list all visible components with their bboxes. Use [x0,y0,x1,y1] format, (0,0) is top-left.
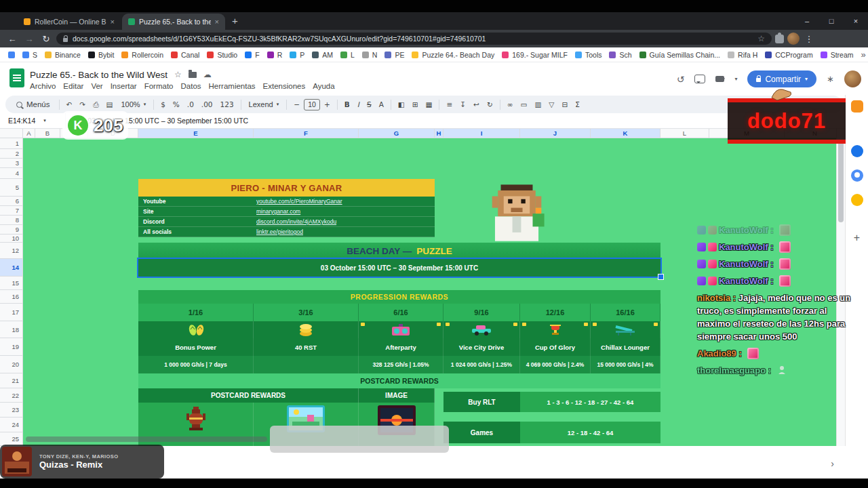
row-header-23[interactable]: 23 [0,403,23,418]
milestone-row[interactable]: Games 12 - 18 - 42 - 64 [443,422,660,443]
column-header-H[interactable]: H [435,129,443,138]
row-header-5[interactable]: 5 [0,179,23,197]
progression-value[interactable]: 328 125 Gh/s | 1.05% [359,356,443,373]
progression-names-row[interactable]: Bonus Power40 RSTAfterpartyVice City Dri… [138,338,660,356]
progression-rewards-title[interactable]: PROGRESSION REWARDS [138,290,660,304]
row-header-17[interactable]: 17 [0,304,23,321]
bookmark-item[interactable]: Tools [575,51,602,59]
piero-banner[interactable]: PIERO - MINAR Y GANAR [138,179,435,197]
bookmark-item[interactable]: PE [384,51,404,59]
vertical-scrollbar-thumb[interactable] [838,141,844,222]
bookmark-item[interactable]: S [22,51,37,59]
menu-datos[interactable]: Datos [181,82,201,90]
row-header-14[interactable]: 14 [0,259,23,277]
horizontal-scrollbar-thumb[interactable] [26,436,267,442]
progression-icons-row[interactable] [138,321,660,338]
vertical-align-icon[interactable]: ↧ [456,100,469,108]
menu-formato[interactable]: Formato [144,82,174,90]
tab-close-icon[interactable]: × [111,18,115,26]
minimize-button[interactable]: – [795,12,819,30]
progression-value[interactable]: 1 024 000 Gh/s | 1.25% [443,356,520,373]
progression-name[interactable]: 40 RST [254,338,359,356]
social-link[interactable]: discord.com/invite/4jAMXykodu [254,217,435,226]
bookmark-item[interactable]: Guía Semillas Chain... [639,51,720,59]
menu-ayuda[interactable]: Ayuda [313,82,334,90]
postcard-section-title[interactable]: POSTCARD REWARDS [138,373,660,388]
row-header-24[interactable]: 24 [0,418,23,432]
maximize-button[interactable]: □ [819,12,844,30]
social-link[interactable]: linktr.ee/pieritogod [254,227,435,237]
borders-icon[interactable]: ⊞ [409,100,422,108]
fill-color-icon[interactable]: ◧ [395,100,408,108]
milestone-row[interactable]: Buy RLT 1 - 3 - 6 - 12 - 18 - 27 - 42 - … [443,392,660,412]
comments-icon[interactable] [694,75,705,83]
row-header-20[interactable]: 20 [0,356,23,373]
row-header-3[interactable]: 3 [0,159,23,168]
bookmark-item[interactable]: AM [312,51,333,59]
column-header-A[interactable]: A [23,129,35,138]
bookmark-item[interactable]: Studio [207,51,237,59]
browser-menu-icon[interactable]: ⋮ [803,34,815,44]
bookmark-star-icon[interactable]: ☆ [757,34,765,43]
insert-link-icon[interactable]: ∞ [504,100,517,108]
forward-button[interactable]: → [22,34,36,44]
increase-decimals-icon[interactable]: .00 [198,100,216,108]
progression-value[interactable]: 1 000 000 Gh/s | 7 days [138,356,254,373]
bookmark-item[interactable]: Puzzle 64.- Beach Day [412,51,494,59]
close-button[interactable]: × [844,12,868,30]
sparkle-icon[interactable]: ∗ [827,74,834,84]
tab-close-icon[interactable]: × [215,18,219,26]
text-color-icon[interactable]: A [376,100,387,108]
italic-icon[interactable]: I [354,100,363,108]
text-wrap-icon[interactable]: ↩ [470,100,483,108]
decrease-decimals-icon[interactable]: .0 [184,100,197,108]
bookmarks-overflow-icon[interactable]: » [861,49,866,60]
url-bar[interactable]: docs.google.com/spreadsheets/d/1G6Y53XuE… [56,33,772,45]
progression-value[interactable] [254,356,359,373]
sheets-logo-icon[interactable] [9,68,24,87]
row-header-6[interactable]: 6 [0,197,23,206]
progression-fraction[interactable]: 1/16 [138,304,254,321]
bookmark-item[interactable]: Stream [821,51,854,59]
document-title[interactable]: Puzzle 65.- Back to the Wild West [30,70,167,80]
font-size-value[interactable]: 10 [304,99,320,110]
redo-icon[interactable]: ↷ [76,100,89,108]
row-header-18[interactable]: 18 [0,321,23,338]
progression-fraction[interactable]: 12/16 [520,304,591,321]
contacts-icon[interactable] [851,169,863,182]
column-header-J[interactable]: J [520,129,591,138]
bookmark-item[interactable]: F [245,51,259,59]
progression-fraction[interactable]: 16/16 [591,304,660,321]
progression-fractions-row[interactable]: 1/163/166/169/1612/1616/16 [138,304,660,321]
extensions-icon[interactable] [775,35,784,43]
reload-button[interactable]: ↻ [39,34,53,44]
move-folder-icon[interactable] [189,72,197,78]
grid-corner[interactable] [0,129,23,138]
version-history-icon[interactable]: ↺ [677,74,685,85]
star-doc-icon[interactable]: ☆ [174,70,182,79]
chat-username[interactable]: KanutoWolf [719,259,768,269]
account-avatar[interactable] [844,70,861,87]
meet-icon[interactable] [715,76,724,82]
row-header-1[interactable]: 1 [0,138,23,149]
column-header-I[interactable]: I [443,129,520,138]
row-header-15[interactable]: 15 [0,277,23,290]
bookmark-item[interactable]: Canal [171,51,199,59]
bookmark-item[interactable]: Bybit [88,51,114,59]
addon-icon[interactable] [851,100,863,113]
share-caret-icon[interactable]: ▾ [805,76,808,82]
bookmark-item[interactable]: Rifa H [728,51,757,59]
row-headers[interactable]: 1234567891012141516171819202122232425 [0,138,23,446]
format-percent-icon[interactable]: % [170,100,183,108]
column-header-B[interactable]: B [35,129,60,138]
name-box-caret-icon[interactable]: ▾ [43,118,46,123]
bookmark-item[interactable]: CCProgram [765,51,812,59]
decrease-font-size-icon[interactable]: − [290,100,303,108]
social-link[interactable]: youtube.com/c/PieroMinaryGanar [254,197,435,206]
merge-cells-icon[interactable]: ▦ [422,100,436,108]
row-header-12[interactable]: 12 [0,243,23,259]
menu-editar[interactable]: Editar [63,82,83,90]
event-banner[interactable]: BEACH DAY — PUZZLE [138,243,660,259]
menu-insertar[interactable]: Insertar [111,82,137,90]
postcard-header-cell[interactable]: POSTCARD REWARDS [138,388,359,403]
